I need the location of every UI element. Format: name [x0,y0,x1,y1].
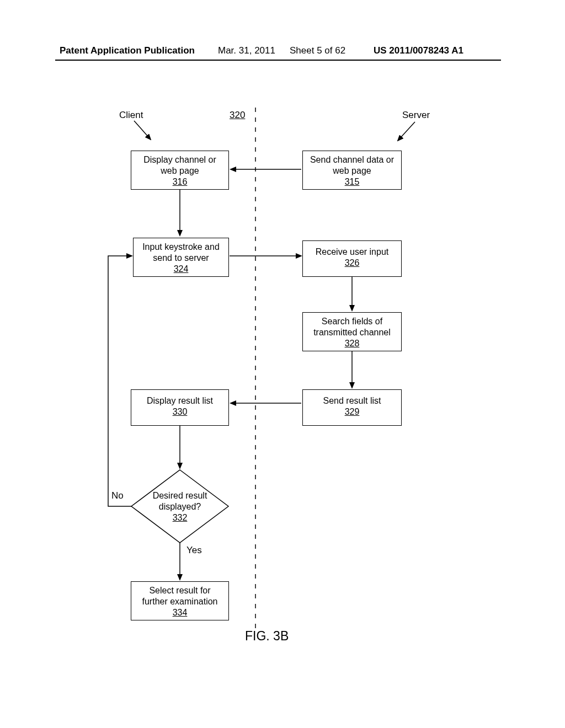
box-receive-user-input: Receive user input 326 [302,240,402,277]
svg-line-3 [398,122,415,141]
box-ref: 328 [303,338,401,349]
diagram-canvas: Client Server 320 Display channel or web… [0,0,565,728]
decision-desired-result: Desired result displayed? 332 [147,490,213,523]
box-text: Send result list [303,395,401,406]
box-ref: 326 [303,258,401,269]
box-text: send to server [134,253,228,264]
flowchart-svg [0,0,565,728]
box-send-result-list: Send result list 329 [302,389,402,426]
box-send-channel-data: Send channel data or web page 315 [302,151,402,190]
yes-label: Yes [186,545,202,556]
box-ref: 329 [303,406,401,417]
box-input-keystroke: Input keystroke and send to server 324 [133,238,229,277]
box-display-result-list: Display result list 330 [131,389,229,426]
decision-text: Desired result [147,490,213,501]
box-select-result: Select result for further examination 33… [131,581,229,620]
box-ref: 334 [131,607,228,618]
box-text: Input keystroke and [134,242,228,253]
box-text: Display channel or [131,154,228,165]
box-text: web page [131,165,228,176]
box-text: Send channel data or [303,154,401,165]
box-text: Receive user input [303,247,401,258]
box-search-fields: Search fields of transmitted channel 328 [302,312,402,351]
box-text: further examination [131,596,228,607]
ref-320: 320 [230,110,245,121]
svg-line-2 [134,121,151,140]
box-ref: 315 [303,176,401,188]
box-text: Select result for [131,585,228,596]
box-text: transmitted channel [303,327,401,338]
server-label: Server [402,110,430,121]
box-text: Search fields of [303,316,401,327]
box-text: web page [303,165,401,176]
box-ref: 330 [131,406,228,417]
box-text: Display result list [131,395,228,406]
client-label: Client [119,110,143,121]
decision-ref: 332 [147,512,213,523]
box-ref: 324 [134,264,228,275]
box-display-channel: Display channel or web page 316 [131,151,229,190]
decision-text: displayed? [147,501,213,512]
box-ref: 316 [131,176,228,188]
figure-label: FIG. 3B [245,629,289,644]
no-label: No [111,490,124,501]
